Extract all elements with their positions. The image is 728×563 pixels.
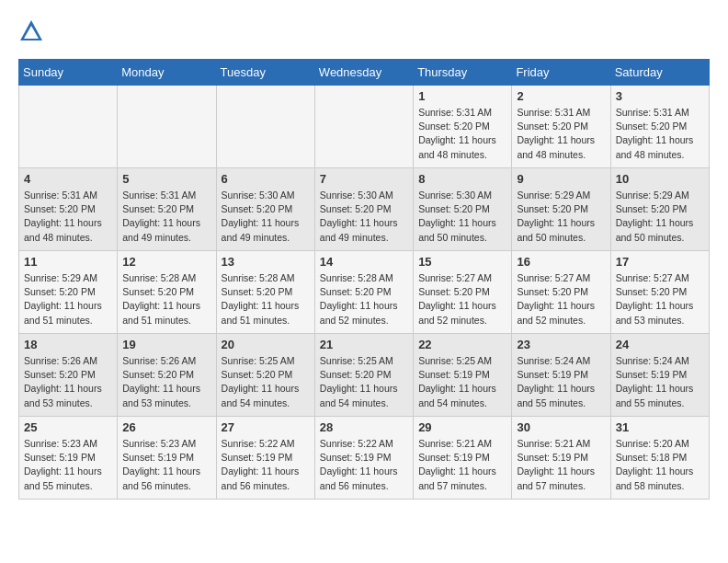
day-number: 22 [418,338,506,351]
calendar-cell: 27Sunrise: 5:22 AM Sunset: 5:19 PM Dayli… [216,417,314,500]
header-tuesday: Tuesday [216,60,314,86]
calendar-week-4: 18Sunrise: 5:26 AM Sunset: 5:20 PM Dayli… [19,334,710,417]
day-info: Sunrise: 5:28 AM Sunset: 5:20 PM Dayligh… [320,271,408,327]
header-saturday: Saturday [610,60,709,86]
day-number: 20 [222,338,310,351]
page-header [18,18,710,44]
day-info: Sunrise: 5:21 AM Sunset: 5:19 PM Dayligh… [418,437,506,493]
day-info: Sunrise: 5:29 AM Sunset: 5:20 PM Dayligh… [517,189,605,245]
day-number: 19 [122,338,210,351]
calendar-cell: 13Sunrise: 5:28 AM Sunset: 5:20 PM Dayli… [216,251,314,334]
calendar-cell: 18Sunrise: 5:26 AM Sunset: 5:20 PM Dayli… [19,334,118,417]
day-number: 4 [24,172,112,186]
day-number: 24 [616,338,704,351]
day-number: 11 [24,255,112,269]
day-info: Sunrise: 5:23 AM Sunset: 5:19 PM Dayligh… [24,437,112,493]
calendar-cell [19,86,118,168]
day-info: Sunrise: 5:27 AM Sunset: 5:20 PM Dayligh… [517,271,605,327]
day-info: Sunrise: 5:25 AM Sunset: 5:19 PM Dayligh… [418,354,506,410]
calendar-cell [216,86,314,168]
day-info: Sunrise: 5:22 AM Sunset: 5:19 PM Dayligh… [222,437,310,493]
day-info: Sunrise: 5:24 AM Sunset: 5:19 PM Dayligh… [517,354,605,410]
day-info: Sunrise: 5:30 AM Sunset: 5:20 PM Dayligh… [320,189,408,245]
day-number: 8 [418,172,506,186]
header-friday: Friday [512,60,610,86]
day-info: Sunrise: 5:30 AM Sunset: 5:20 PM Dayligh… [222,189,310,245]
calendar-cell [314,86,413,168]
calendar-cell: 1Sunrise: 5:31 AM Sunset: 5:20 PM Daylig… [414,86,512,168]
day-info: Sunrise: 5:24 AM Sunset: 5:19 PM Dayligh… [616,354,704,410]
calendar-cell: 14Sunrise: 5:28 AM Sunset: 5:20 PM Dayli… [314,251,413,334]
day-info: Sunrise: 5:27 AM Sunset: 5:20 PM Dayligh… [418,271,506,327]
day-number: 14 [320,255,408,269]
header-sunday: Sunday [19,60,118,86]
calendar-cell: 4Sunrise: 5:31 AM Sunset: 5:20 PM Daylig… [19,168,118,251]
day-number: 3 [616,89,704,103]
calendar-cell: 19Sunrise: 5:26 AM Sunset: 5:20 PM Dayli… [118,334,216,417]
calendar-cell: 10Sunrise: 5:29 AM Sunset: 5:20 PM Dayli… [610,168,709,251]
calendar-cell: 7Sunrise: 5:30 AM Sunset: 5:20 PM Daylig… [314,168,413,251]
day-info: Sunrise: 5:27 AM Sunset: 5:20 PM Dayligh… [616,271,704,327]
calendar-cell: 23Sunrise: 5:24 AM Sunset: 5:19 PM Dayli… [512,334,610,417]
day-number: 6 [222,172,310,186]
day-number: 30 [517,420,605,434]
day-info: Sunrise: 5:30 AM Sunset: 5:20 PM Dayligh… [418,189,506,245]
day-number: 26 [122,420,210,434]
calendar-week-3: 11Sunrise: 5:29 AM Sunset: 5:20 PM Dayli… [19,251,710,334]
day-info: Sunrise: 5:26 AM Sunset: 5:20 PM Dayligh… [122,354,210,410]
day-number: 7 [320,172,408,186]
day-info: Sunrise: 5:31 AM Sunset: 5:20 PM Dayligh… [122,189,210,245]
day-info: Sunrise: 5:31 AM Sunset: 5:20 PM Dayligh… [24,189,112,245]
day-info: Sunrise: 5:28 AM Sunset: 5:20 PM Dayligh… [222,271,310,327]
day-info: Sunrise: 5:31 AM Sunset: 5:20 PM Dayligh… [616,106,704,162]
day-info: Sunrise: 5:22 AM Sunset: 5:19 PM Dayligh… [320,437,408,493]
calendar-cell: 28Sunrise: 5:22 AM Sunset: 5:19 PM Dayli… [314,417,413,500]
header-monday: Monday [118,60,216,86]
day-info: Sunrise: 5:29 AM Sunset: 5:20 PM Dayligh… [616,189,704,245]
calendar-week-1: 1Sunrise: 5:31 AM Sunset: 5:20 PM Daylig… [19,86,710,168]
logo [18,18,48,44]
calendar-cell: 20Sunrise: 5:25 AM Sunset: 5:20 PM Dayli… [216,334,314,417]
day-info: Sunrise: 5:21 AM Sunset: 5:19 PM Dayligh… [517,437,605,493]
calendar-cell: 15Sunrise: 5:27 AM Sunset: 5:20 PM Dayli… [414,251,512,334]
day-number: 27 [222,420,310,434]
calendar-header-row: SundayMondayTuesdayWednesdayThursdayFrid… [19,60,710,86]
day-number: 21 [320,338,408,351]
calendar-cell: 26Sunrise: 5:23 AM Sunset: 5:19 PM Dayli… [118,417,216,500]
calendar-cell: 6Sunrise: 5:30 AM Sunset: 5:20 PM Daylig… [216,168,314,251]
header-wednesday: Wednesday [314,60,413,86]
day-info: Sunrise: 5:23 AM Sunset: 5:19 PM Dayligh… [122,437,210,493]
day-number: 23 [517,338,605,351]
day-info: Sunrise: 5:26 AM Sunset: 5:20 PM Dayligh… [24,354,112,410]
calendar-cell: 30Sunrise: 5:21 AM Sunset: 5:19 PM Dayli… [512,417,610,500]
calendar-cell: 12Sunrise: 5:28 AM Sunset: 5:20 PM Dayli… [118,251,216,334]
day-info: Sunrise: 5:29 AM Sunset: 5:20 PM Dayligh… [24,271,112,327]
calendar-week-2: 4Sunrise: 5:31 AM Sunset: 5:20 PM Daylig… [19,168,710,251]
calendar-cell: 8Sunrise: 5:30 AM Sunset: 5:20 PM Daylig… [414,168,512,251]
calendar-cell [118,86,216,168]
calendar-cell: 24Sunrise: 5:24 AM Sunset: 5:19 PM Dayli… [610,334,709,417]
calendar-cell: 5Sunrise: 5:31 AM Sunset: 5:20 PM Daylig… [118,168,216,251]
day-number: 18 [24,338,112,351]
calendar-cell: 11Sunrise: 5:29 AM Sunset: 5:20 PM Dayli… [19,251,118,334]
calendar-week-5: 25Sunrise: 5:23 AM Sunset: 5:19 PM Dayli… [19,417,710,500]
day-number: 31 [616,420,704,434]
day-number: 29 [418,420,506,434]
day-number: 25 [24,420,112,434]
calendar-cell: 22Sunrise: 5:25 AM Sunset: 5:19 PM Dayli… [414,334,512,417]
day-number: 13 [222,255,310,269]
day-number: 28 [320,420,408,434]
calendar-cell: 31Sunrise: 5:20 AM Sunset: 5:18 PM Dayli… [610,417,709,500]
calendar-cell: 17Sunrise: 5:27 AM Sunset: 5:20 PM Dayli… [610,251,709,334]
day-number: 15 [418,255,506,269]
day-number: 1 [418,89,506,103]
logo-icon [18,18,44,44]
day-info: Sunrise: 5:28 AM Sunset: 5:20 PM Dayligh… [122,271,210,327]
day-number: 5 [122,172,210,186]
calendar-cell: 21Sunrise: 5:25 AM Sunset: 5:20 PM Dayli… [314,334,413,417]
day-info: Sunrise: 5:31 AM Sunset: 5:20 PM Dayligh… [418,106,506,162]
day-number: 17 [616,255,704,269]
calendar-cell: 16Sunrise: 5:27 AM Sunset: 5:20 PM Dayli… [512,251,610,334]
calendar-cell: 3Sunrise: 5:31 AM Sunset: 5:20 PM Daylig… [610,86,709,168]
day-info: Sunrise: 5:25 AM Sunset: 5:20 PM Dayligh… [320,354,408,410]
